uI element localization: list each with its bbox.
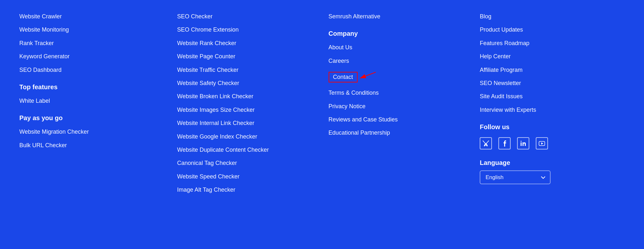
link-website-broken-link-checker[interactable]: Website Broken Link Checker [177, 93, 316, 100]
link-educational-partnership[interactable]: Educational Partnership [329, 129, 467, 137]
link-site-audit-issues[interactable]: Site Audit Issues [480, 93, 618, 100]
link-image-alt-tag-checker[interactable]: Image Alt Tag Checker [177, 186, 316, 194]
link-keyword-generator[interactable]: Keyword Generator [19, 53, 164, 60]
col2: SEO Checker SEO Chrome Extension Website… [171, 13, 322, 199]
follow-us-heading: Follow us [480, 123, 618, 131]
youtube-icon[interactable] [536, 137, 548, 149]
link-website-rank-checker[interactable]: Website Rank Checker [177, 40, 316, 47]
top-features-heading: Top features [19, 83, 164, 91]
link-website-safety-checker[interactable]: Website Safety Checker [177, 80, 316, 87]
svg-rect-2 [521, 142, 522, 146]
link-product-updates[interactable]: Product Updates [480, 26, 618, 34]
twitter-icon[interactable] [480, 137, 492, 149]
linkedin-icon[interactable] [517, 137, 529, 149]
link-website-monitoring[interactable]: Website Monitoring [19, 26, 164, 34]
link-privacy-notice[interactable]: Privacy Notice [329, 103, 467, 110]
link-rank-tracker[interactable]: Rank Tracker [19, 40, 164, 47]
link-canonical-tag-checker[interactable]: Canonical Tag Checker [177, 159, 316, 167]
link-interview-with-experts[interactable]: Interview with Experts [480, 106, 618, 114]
footer: Website Crawler Website Monitoring Rank … [0, 0, 644, 212]
contact-row: Contact [329, 71, 467, 83]
link-website-duplicate-content-checker[interactable]: Website Duplicate Content Checker [177, 146, 316, 154]
social-icons-row [480, 137, 618, 149]
contact-arrow [358, 71, 377, 83]
link-website-speed-checker[interactable]: Website Speed Checker [177, 173, 316, 180]
link-reviews-case-studies[interactable]: Reviews and Case Studies [329, 116, 467, 123]
link-terms-conditions[interactable]: Terms & Conditions [329, 89, 467, 97]
company-heading: Company [329, 30, 467, 37]
link-blog[interactable]: Blog [480, 13, 618, 20]
link-website-internal-link-checker[interactable]: Website Internal Link Checker [177, 120, 316, 127]
link-features-roadmap[interactable]: Features Roadmap [480, 40, 618, 47]
link-website-google-index-checker[interactable]: Website Google Index Checker [177, 133, 316, 140]
language-select[interactable]: English Spanish French German Italian [480, 170, 551, 184]
link-seo-newsletter[interactable]: SEO Newsletter [480, 80, 618, 87]
col3: Semrush Alternative Company About Us Car… [322, 13, 474, 199]
facebook-icon[interactable] [498, 137, 511, 149]
col1: Website Crawler Website Monitoring Rank … [19, 13, 171, 199]
link-affiliate-program[interactable]: Affiliate Program [480, 66, 618, 74]
link-semrush-alternative[interactable]: Semrush Alternative [329, 13, 467, 20]
link-bulk-url-checker[interactable]: Bulk URL Checker [19, 142, 164, 149]
link-careers[interactable]: Careers [329, 57, 467, 65]
svg-marker-5 [541, 142, 543, 145]
link-seo-dashboard[interactable]: SEO Dashboard [19, 66, 164, 74]
link-help-center[interactable]: Help Center [480, 53, 618, 60]
language-heading: Language [480, 159, 618, 167]
svg-point-3 [521, 141, 522, 142]
svg-line-1 [360, 72, 376, 78]
link-website-migration-checker[interactable]: Website Migration Checker [19, 128, 164, 136]
link-website-page-counter[interactable]: Website Page Counter [177, 53, 316, 60]
link-website-traffic-checker[interactable]: Website Traffic Checker [177, 66, 316, 74]
link-seo-chrome-extension[interactable]: SEO Chrome Extension [177, 26, 316, 34]
link-about-us[interactable]: About Us [329, 44, 467, 51]
link-website-images-size-checker[interactable]: Website Images Size Checker [177, 106, 316, 114]
pay-as-you-go-heading: Pay as you go [19, 114, 164, 122]
link-seo-checker[interactable]: SEO Checker [177, 13, 316, 20]
link-website-crawler[interactable]: Website Crawler [19, 13, 164, 20]
col4: Blog Product Updates Features Roadmap He… [473, 13, 625, 199]
link-white-label[interactable]: White Label [19, 97, 164, 105]
link-contact[interactable]: Contact [329, 72, 358, 82]
